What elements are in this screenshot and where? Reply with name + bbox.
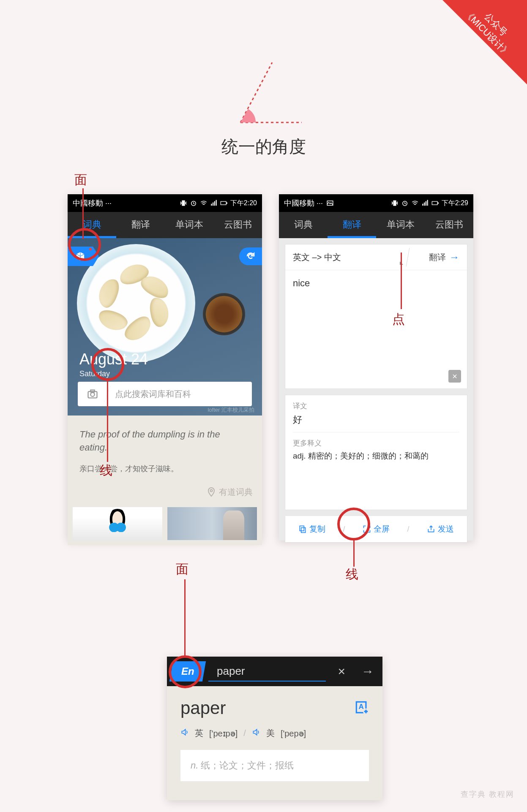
- tab-translate[interactable]: 翻译: [116, 212, 165, 237]
- send-label: 发送: [438, 524, 454, 535]
- svg-rect-19: [432, 201, 437, 205]
- tab-wordbook[interactable]: 单词本: [376, 212, 425, 237]
- camera-button[interactable]: [78, 388, 107, 400]
- go-button[interactable]: →: [353, 664, 382, 679]
- anno-face-1: 面: [74, 171, 87, 189]
- status-time: 下午2:20: [230, 199, 257, 208]
- status-bar: 中國移動 ··· 下午2:20: [68, 194, 262, 212]
- thumbnail-2[interactable]: [167, 507, 257, 540]
- dumpling: [121, 312, 156, 345]
- search-box[interactable]: 点此搜索词库和百科: [78, 382, 252, 406]
- wifi-icon: [411, 199, 419, 207]
- svg-line-1: [240, 62, 272, 122]
- refresh-icon: [246, 251, 256, 261]
- vibrate-icon: [391, 199, 399, 207]
- thumbnail-1[interactable]: [73, 507, 162, 540]
- anno-line-2: 线: [346, 566, 358, 583]
- tab-wordbook[interactable]: 单词本: [165, 212, 213, 237]
- phone-translate: 中國移動 ··· 下午2:29 词典 翻译 单词本 云图书 英文 –> 中文 翻…: [279, 194, 473, 540]
- svg-point-10: [90, 393, 94, 396]
- wifi-icon: [200, 199, 208, 207]
- svg-rect-21: [301, 528, 305, 533]
- svg-text:A: A: [358, 703, 363, 711]
- picture-icon: [326, 199, 334, 207]
- anno-face-2: 面: [176, 561, 188, 578]
- translate-header: 英文 –> 中文 翻译 →: [285, 244, 467, 270]
- word-row: paper A: [180, 698, 369, 718]
- brand-label: 有道词典: [68, 482, 262, 507]
- tab-cloudbook[interactable]: 云图书: [213, 212, 262, 237]
- speaker-us-button[interactable]: [252, 728, 260, 739]
- translate-button[interactable]: →: [449, 251, 459, 263]
- battery-icon: [220, 199, 228, 207]
- add-to-wordbook-button[interactable]: A: [355, 700, 369, 716]
- copy-button[interactable]: 复制: [298, 524, 325, 535]
- svg-rect-4: [213, 203, 213, 206]
- pos: n.: [191, 760, 198, 771]
- dumpling: [95, 276, 122, 310]
- hero-image: August 24 Saturday 点此搜索词库和百科 lofter 汇丰校儿…: [68, 238, 262, 416]
- dumpling: [148, 296, 171, 328]
- result-section-translation: 译文 好: [285, 395, 467, 432]
- share-icon: [427, 525, 435, 533]
- speaker-icon: [252, 728, 260, 736]
- pron-uk: ['peɪpə]: [209, 728, 238, 739]
- definition-text: 纸；论文；文件；报纸: [201, 760, 294, 771]
- signal-icon: [421, 199, 429, 207]
- pronunciation-row: 英 ['peɪpə] / 美 ['pepə]: [180, 728, 369, 739]
- speaker-uk-button[interactable]: [180, 728, 189, 739]
- more-label: 更多释义: [293, 438, 459, 448]
- headword: paper: [180, 698, 226, 718]
- search-placeholder: 点此搜索词库和百科: [107, 388, 252, 400]
- anno-line-p: [401, 253, 402, 309]
- anno-circle-3: [337, 508, 370, 540]
- brand-text: 有道词典: [219, 486, 253, 498]
- tab-translate[interactable]: 翻译: [328, 212, 376, 237]
- anno-circle-1: [68, 228, 101, 261]
- spacer: [285, 467, 467, 510]
- pron-us-label: 美: [266, 728, 275, 739]
- anno-point: 点: [392, 311, 405, 328]
- copy-label: 复制: [309, 524, 325, 535]
- page-title: 统一的角度: [221, 135, 306, 158]
- translate-input-card: 英文 –> 中文 翻译 → nice ×: [285, 244, 467, 389]
- definition-card: n. 纸；论文；文件；报纸: [180, 750, 369, 781]
- status-right: 下午2:29: [391, 199, 468, 208]
- translate-input[interactable]: nice ×: [285, 270, 467, 388]
- battery-icon: [431, 199, 439, 207]
- translate-label: 翻译: [429, 252, 449, 263]
- status-carrier: 中國移動 ···: [73, 198, 112, 208]
- angle-icon: [224, 59, 304, 127]
- svg-rect-17: [426, 201, 426, 206]
- status-time: 下午2:29: [442, 199, 468, 208]
- separator: /: [243, 728, 246, 738]
- anno-line-f2: [184, 579, 186, 658]
- svg-rect-16: [424, 203, 425, 206]
- svg-rect-5: [214, 201, 215, 206]
- anno-line-l2: [353, 540, 355, 567]
- search-input[interactable]: paper: [208, 661, 326, 682]
- tab-cloudbook[interactable]: 云图书: [425, 212, 473, 237]
- vibrate-icon: [180, 199, 187, 207]
- word-body: paper A 英 ['peɪpə] / 美 ['pepə] n. 纸；论文；文…: [167, 686, 382, 793]
- result-value: 好: [293, 413, 459, 426]
- svg-rect-7: [221, 201, 226, 205]
- watermark: 查字典 教程网: [461, 789, 514, 799]
- copy-icon: [298, 525, 307, 533]
- camera-icon: [87, 388, 98, 400]
- thumbnail-row: [68, 507, 262, 545]
- svg-rect-6: [216, 200, 216, 206]
- clear-button[interactable]: ×: [448, 370, 461, 383]
- status-left: 中國移動 ···: [284, 198, 334, 208]
- tab-dictionary[interactable]: 词典: [279, 212, 328, 237]
- status-carrier: 中國移動 ···: [284, 198, 323, 208]
- refresh-button[interactable]: [239, 247, 262, 265]
- add-word-icon: A: [355, 700, 369, 714]
- send-button[interactable]: 发送: [427, 524, 454, 535]
- svg-rect-3: [211, 204, 212, 206]
- svg-rect-15: [422, 204, 423, 206]
- result-card: 译文 好 更多释义 adj. 精密的；美好的；细微的；和蔼的: [285, 395, 467, 510]
- svg-rect-20: [438, 202, 439, 204]
- dumpling: [96, 307, 130, 334]
- clear-button[interactable]: ×: [330, 664, 353, 679]
